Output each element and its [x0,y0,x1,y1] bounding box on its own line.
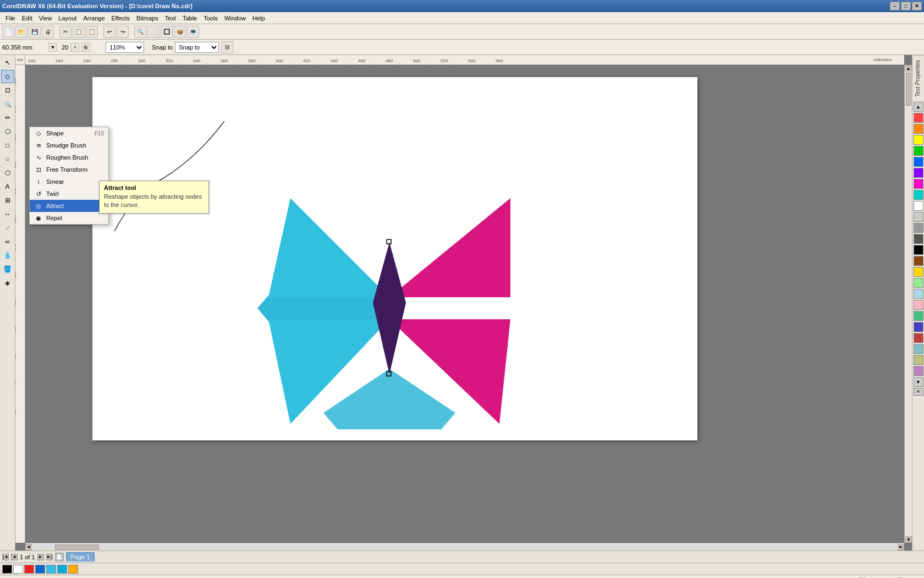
zoom-tool[interactable]: 🔍 [1,97,14,111]
blend-tool[interactable]: ∞ [1,235,14,248]
close-button[interactable]: ✕ [912,2,922,10]
color-swatch-lightgray[interactable] [914,212,923,222]
menu-layout[interactable]: Layout [55,14,80,23]
color-swatch-gray[interactable] [914,223,923,233]
text-tool[interactable]: A [1,180,14,193]
strip-lightcyan[interactable] [57,565,67,574]
coord-unit-button[interactable]: ▼ [48,43,57,52]
copy-button[interactable]: 📋 [73,26,85,38]
color-swatch-magenta[interactable] [914,179,923,189]
color-swatch-gold[interactable] [914,267,923,277]
menu-item-attract[interactable]: ◎ Attract [30,200,108,212]
paste-button[interactable]: 📋 [86,26,98,38]
strip-black[interactable] [2,565,12,574]
scroll-down-button[interactable]: ▼ [905,536,912,543]
interactive-fill-tool[interactable]: ◈ [1,276,14,290]
menu-view[interactable]: View [36,14,56,23]
smart-fill-tool[interactable]: ⬡ [1,125,14,138]
new-button[interactable]: 📄 [2,26,14,38]
strip-darkblue[interactable] [35,565,45,574]
menu-item-smear[interactable]: ≀ Smear [30,176,108,188]
menu-arrange[interactable]: Arrange [80,14,108,23]
strip-orange[interactable] [68,565,78,574]
rectangle-tool[interactable]: □ [1,139,14,152]
publish-button[interactable]: 📦 [174,26,186,38]
snap-toggle[interactable]: ⊟ [221,41,233,53]
strip-white[interactable] [13,565,23,574]
print-button[interactable]: 🖨 [42,26,54,38]
save-button[interactable]: 💾 [29,26,41,38]
menu-text[interactable]: Text [162,14,179,23]
menu-item-smudge-brush[interactable]: ≋ Smudge Brush [30,139,108,151]
scroll-up-button[interactable]: ▲ [905,65,912,72]
menu-bitmaps[interactable]: Bitmaps [133,14,162,23]
color-swatch-yellow[interactable] [914,135,923,145]
ellipse-tool[interactable]: ○ [1,152,14,166]
menu-item-repel[interactable]: ◉ Repel [30,212,108,224]
color-swatch-plum[interactable] [914,366,923,376]
crop-tool[interactable]: ⊡ [1,84,14,97]
menu-effects[interactable]: Effects [108,14,133,23]
menu-edit[interactable]: Edit [19,14,36,23]
color-swatch-red[interactable] [914,113,923,123]
size-options[interactable]: ⊞ [81,43,90,52]
color-swatch-blue[interactable] [914,157,923,167]
menu-item-roughen-brush[interactable]: ∿ Roughen Brush [30,151,108,163]
menu-item-free-transform[interactable]: ⊡ Free Transform [30,163,108,176]
menu-table[interactable]: Table [179,14,200,23]
strip-cyan[interactable] [46,565,56,574]
color-swatch-green[interactable] [914,146,923,156]
h-scroll-thumb[interactable] [55,544,99,550]
polygon-tool[interactable]: ⬠ [1,166,14,179]
scroll-palette-down[interactable]: ▼ [914,377,923,387]
page-first-button[interactable]: |◄ [2,554,9,560]
close-panel-button[interactable]: ✕ [914,388,923,396]
color-swatch-teal[interactable] [914,311,923,321]
freehand-tool[interactable]: ✏ [1,111,14,124]
color-swatch-darkgray[interactable] [914,234,923,244]
scroll-left-button[interactable]: ◄ [25,544,32,550]
scroll-right-button[interactable]: ► [898,544,904,550]
color-swatch-white[interactable] [914,201,923,211]
color-swatch-darkred[interactable] [914,333,923,343]
v-scrollbar[interactable]: ▲ ▼ [904,65,912,543]
eyedropper-tool[interactable]: 💧 [1,249,14,262]
page-prev-button[interactable]: ◄ [11,554,18,560]
scroll-thumb[interactable] [906,73,911,106]
add-page-button[interactable]: 📄 [55,553,64,561]
color-swatch-black[interactable] [914,245,923,255]
search-button[interactable]: 🔍 [134,26,146,38]
menu-help[interactable]: Help [249,14,268,23]
options-button[interactable]: 💻 [187,26,199,38]
maximize-button[interactable]: □ [901,2,911,10]
color-swatch-purple[interactable] [914,168,923,178]
menu-item-shape[interactable]: ◇ Shape F10 [30,127,108,139]
table-tool[interactable]: ⊞ [1,194,14,207]
color-swatch-brown[interactable] [914,256,923,266]
color-swatch-lightblue[interactable] [914,289,923,299]
minimize-button[interactable]: – [890,2,900,10]
h-scrollbar[interactable]: ◄ ► [25,543,904,550]
color-swatch-aqua[interactable] [914,344,923,354]
zoom-select[interactable]: 110% 50% 75% 100% 150% 200% [106,42,144,53]
menu-window[interactable]: Window [221,14,249,23]
size-up-button[interactable]: + [70,43,79,52]
page-next-button[interactable]: ► [37,554,44,560]
pointer-tool[interactable]: ↖ [1,56,14,69]
import-button[interactable]: ⬜ [147,26,160,38]
menu-file[interactable]: File [2,14,19,23]
color-swatch-orange[interactable] [914,124,923,134]
color-swatch-lightgreen[interactable] [914,278,923,288]
open-button[interactable]: 📂 [15,26,28,38]
page-tab-1[interactable]: Page 1 [66,552,95,561]
shape-tool[interactable]: ◇ [1,70,14,83]
color-swatch-olive[interactable] [914,355,923,365]
menu-tools[interactable]: Tools [200,14,221,23]
snap-select[interactable]: Snap to Grid Guidelines Objects Page [175,42,219,53]
color-swatch-cyan[interactable] [914,190,923,200]
connector-tool[interactable]: ⟋ [1,221,14,235]
menu-item-twirl[interactable]: ↺ Twirl [30,188,108,200]
scroll-palette-up[interactable]: ▲ [914,102,923,112]
strip-red[interactable] [24,565,34,574]
cut-button[interactable]: ✂ [59,26,72,38]
